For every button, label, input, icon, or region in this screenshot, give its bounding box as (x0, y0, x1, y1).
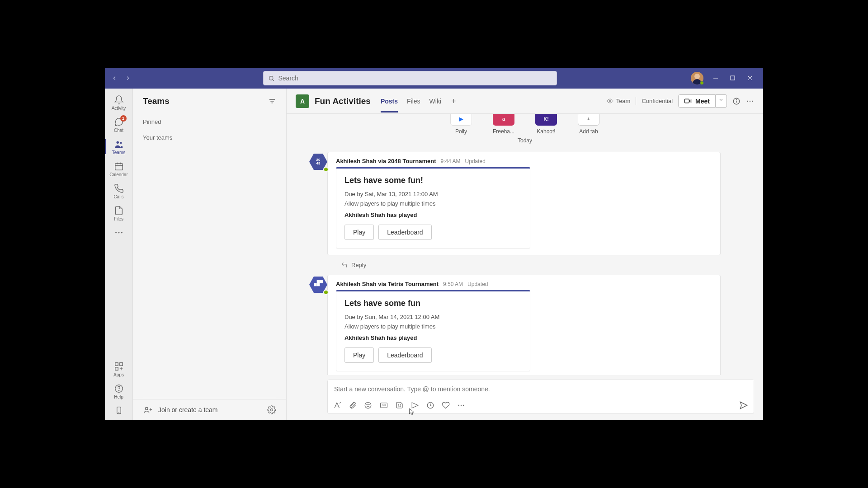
confidential-label: Confidential (642, 98, 673, 104)
more-apps-icon[interactable] (457, 401, 465, 409)
forward-button[interactable] (121, 71, 135, 85)
gif-icon[interactable]: GIF (379, 401, 388, 409)
svg-rect-45 (320, 280, 323, 283)
join-create-team[interactable]: Join or create a team (158, 406, 262, 413)
message-feed[interactable]: ▶Polly aFreeha... K!Kahoot! +Add tab Tod… (287, 114, 763, 375)
reply-button[interactable]: Reply (296, 258, 754, 271)
back-button[interactable] (108, 71, 121, 85)
channel-name: Fun Activities (315, 96, 371, 106)
filter-icon (268, 97, 276, 105)
stream-icon[interactable] (426, 401, 434, 409)
tab-wiki[interactable]: Wiki (429, 90, 441, 112)
tile-add[interactable]: +Add tab (572, 115, 605, 135)
schedule-meeting-icon[interactable] (411, 401, 419, 409)
svg-point-12 (115, 232, 117, 234)
send-button[interactable] (739, 401, 748, 410)
settings-icon[interactable] (267, 405, 276, 414)
channel-header: A Fun Activities Posts Files Wiki Team (287, 89, 763, 114)
post-author: Akhilesh Shah via Tetris Tournament (336, 281, 439, 287)
maximize-button[interactable] (728, 73, 738, 83)
tile-polly[interactable]: ▶Polly (444, 115, 478, 135)
card-title: Lets have some fun (344, 299, 522, 308)
attach-icon[interactable] (349, 401, 357, 409)
profile-avatar[interactable] (691, 72, 703, 84)
svg-point-13 (118, 232, 119, 234)
sticker-icon[interactable] (396, 401, 404, 409)
svg-point-59 (458, 405, 459, 406)
post-author: Akhilesh Shah via 2048 Tournament (336, 158, 436, 164)
tile-freehand[interactable]: aFreeha... (487, 115, 520, 135)
rail-download[interactable] (105, 402, 133, 420)
leaderboard-button[interactable]: Leaderboard (378, 225, 431, 240)
rail-chat[interactable]: 1 Chat (105, 113, 133, 136)
presence-indicator (323, 167, 329, 172)
rail-teams[interactable]: Teams (105, 136, 133, 158)
rail-help[interactable]: Help (105, 380, 133, 402)
scope-text: Team (616, 98, 631, 104)
compose-input[interactable] (328, 380, 754, 398)
filter-button[interactable] (268, 97, 276, 105)
svg-text:GIF: GIF (382, 404, 386, 407)
tab-posts[interactable]: Posts (381, 90, 398, 112)
tile-label: Polly (455, 128, 467, 135)
rail-activity[interactable]: Activity (105, 91, 133, 113)
reply-label: Reply (351, 262, 366, 268)
info-button[interactable] (732, 97, 741, 105)
svg-point-51 (367, 404, 368, 405)
format-icon[interactable] (333, 401, 341, 409)
more-icon (114, 228, 124, 238)
svg-point-61 (463, 405, 464, 406)
play-button[interactable]: Play (344, 225, 374, 240)
rail-apps[interactable]: Apps (105, 358, 133, 380)
close-button[interactable] (745, 73, 755, 83)
app-window: Activity 1 Chat Teams Calendar Calls (105, 68, 763, 420)
scope-label: Team (607, 98, 631, 104)
pinned-section[interactable]: Pinned (133, 114, 286, 130)
title-bar (105, 68, 763, 89)
minimize-button[interactable] (711, 73, 721, 83)
svg-rect-16 (119, 363, 122, 366)
reply-icon (341, 262, 348, 268)
search-input[interactable] (278, 75, 552, 82)
add-tab-button[interactable] (450, 90, 457, 112)
content-area: A Fun Activities Posts Files Wiki Team (287, 89, 763, 420)
rail-label: Activity (112, 106, 126, 111)
post-status: Updated (465, 158, 486, 164)
rail-more[interactable] (105, 224, 133, 240)
rail-files[interactable]: Files (105, 202, 133, 224)
post-time: 9:50 AM (443, 281, 463, 287)
leaderboard-button[interactable]: Leaderboard (378, 347, 431, 363)
rail-calls[interactable]: Calls (105, 180, 133, 202)
post-item: 20 48 Akhilesh Shah via 2048 Tournament … (296, 148, 754, 271)
play-button[interactable]: Play (344, 347, 374, 363)
tile-kahoot[interactable]: K!Kahoot! (529, 115, 563, 135)
search-box[interactable] (263, 71, 557, 85)
emoji-icon[interactable] (364, 401, 372, 409)
join-team-icon (143, 405, 153, 415)
meet-dropdown[interactable] (716, 94, 727, 108)
rail-calendar[interactable]: Calendar (105, 158, 133, 180)
svg-rect-44 (317, 280, 320, 283)
date-separator: Today (296, 135, 754, 148)
svg-rect-43 (317, 283, 320, 286)
divider (636, 97, 636, 105)
tab-files[interactable]: Files (407, 90, 420, 112)
divider (143, 397, 276, 397)
rail-label: Help (114, 394, 123, 399)
post-status: Updated (467, 281, 488, 287)
plus-icon (450, 98, 457, 104)
more-options-button[interactable] (746, 97, 754, 105)
adaptive-card: Lets have some fun! Due by Sat, Mar 13, … (336, 167, 530, 249)
calendar-icon (114, 161, 124, 171)
rail-label: Calls (113, 194, 123, 199)
rail-label: Apps (113, 372, 124, 377)
svg-point-0 (269, 76, 273, 80)
meet-button[interactable]: Meet (678, 94, 716, 108)
praise-icon[interactable] (442, 401, 450, 409)
adaptive-card: Lets have some fun Due by Sun, Mar 14, 2… (336, 290, 530, 371)
svg-point-30 (271, 409, 273, 411)
your-teams-section[interactable]: Your teams (133, 130, 286, 145)
tile-label: Freeha... (493, 128, 514, 135)
svg-point-7 (120, 142, 122, 144)
bell-icon (114, 95, 124, 105)
